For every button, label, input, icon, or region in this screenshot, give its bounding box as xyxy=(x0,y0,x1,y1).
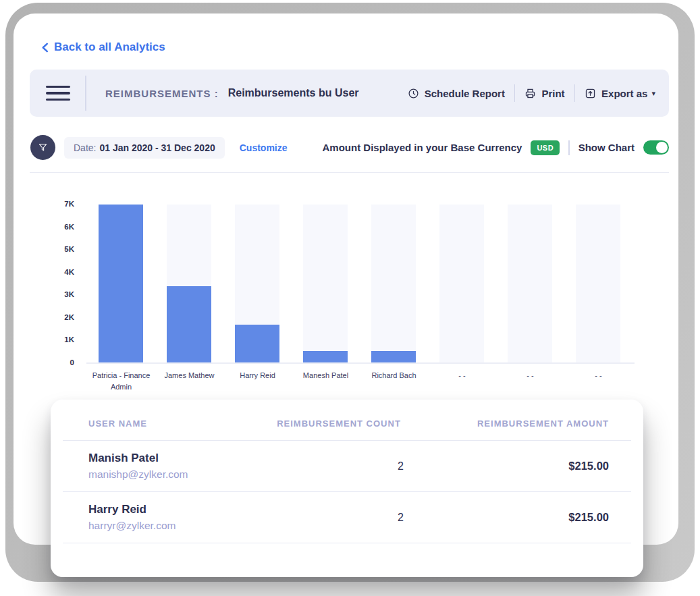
report-header-bar: REIMBURSEMENTS : Reimbursements bu User … xyxy=(30,70,669,117)
user-email: harryr@zylker.com xyxy=(88,520,258,532)
divider xyxy=(85,76,86,111)
divider xyxy=(568,140,570,155)
page: Back to all Analytics REIMBURSEMENTS : R… xyxy=(0,0,700,596)
chart-slot: Richard Bach xyxy=(360,205,428,363)
bar-track xyxy=(576,205,620,363)
menu-icon xyxy=(46,86,70,88)
back-link-label: Back to all Analytics xyxy=(54,40,165,54)
divider xyxy=(514,84,516,102)
chart-slot: Patricia - Finance Admin xyxy=(87,205,155,363)
data-table-card: USER NAME REIMBURSEMENT COUNT REIMBURSEM… xyxy=(51,400,643,577)
bar-track xyxy=(371,205,416,363)
back-link[interactable]: Back to all Analytics xyxy=(41,40,165,54)
funnel-icon xyxy=(38,142,48,153)
bar[interactable] xyxy=(303,351,348,363)
x-axis-label: - - xyxy=(560,370,637,381)
menu-button[interactable] xyxy=(46,86,70,101)
user-cell: Manish Patelmanishp@zylker.com xyxy=(88,452,258,481)
chart-slot: Harry Reid xyxy=(223,205,292,363)
x-axis-label: Manesh Patel xyxy=(288,370,364,381)
export-button[interactable]: Export as ▾ xyxy=(585,88,655,99)
module-label: REIMBURSEMENTS : xyxy=(105,88,219,99)
bar-track xyxy=(439,205,484,363)
x-axis-label: Patricia - Finance Admin xyxy=(83,370,159,393)
bar-track xyxy=(508,205,552,363)
header-actions: Schedule Report Print xyxy=(408,84,655,102)
currency-note: Amount Displayed in your Base Currency xyxy=(323,142,522,153)
export-icon xyxy=(585,88,596,99)
filter-row: Date: 01 Jan 2020 - 31 Dec 2020 Customiz… xyxy=(30,135,669,160)
bar[interactable] xyxy=(235,325,279,363)
clock-icon xyxy=(408,88,419,99)
user-email: manishp@zylker.com xyxy=(88,468,258,481)
report-title: Reimbursements bu User xyxy=(228,87,359,99)
bar[interactable] xyxy=(167,286,211,363)
filter-button[interactable] xyxy=(30,135,55,160)
column-header-reimbursement-amount: REIMBURSEMENT AMOUNT xyxy=(420,418,609,429)
reimbursement-count: 2 xyxy=(258,460,420,472)
chart-slot: James Mathew xyxy=(155,205,223,363)
plot-area: Patricia - Finance AdminJames MathewHarr… xyxy=(87,205,632,363)
y-axis-tick: 5K xyxy=(51,245,74,253)
y-axis-tick: 0 xyxy=(51,358,74,367)
x-axis-label: James Mathew xyxy=(151,370,227,381)
user-cell: Harry Reidharryr@zylker.com xyxy=(88,503,258,532)
column-header-user-name: USER NAME xyxy=(88,418,258,429)
schedule-report-button[interactable]: Schedule Report xyxy=(408,88,505,99)
bar-chart: 7K6K5K4K3K2K1K0 Patricia - Finance Admin… xyxy=(51,205,645,407)
toggle-knob xyxy=(656,142,668,153)
x-axis-label: - - xyxy=(492,370,568,381)
printer-icon xyxy=(524,88,536,99)
divider xyxy=(63,543,631,543)
y-axis-tick: 7K xyxy=(51,200,74,208)
table-header-row: USER NAME REIMBURSEMENT COUNT REIMBURSEM… xyxy=(51,400,643,429)
chart-slot: - - xyxy=(564,205,632,363)
x-axis-label: Harry Reid xyxy=(219,370,296,381)
caret-down-icon: ▾ xyxy=(651,89,655,98)
reimbursement-amount: $215.00 xyxy=(420,460,609,472)
column-header-reimbursement-count: REIMBURSEMENT COUNT xyxy=(258,418,420,429)
y-axis-tick: 6K xyxy=(51,223,74,231)
y-axis-tick: 4K xyxy=(51,268,74,276)
print-button[interactable]: Print xyxy=(524,88,564,99)
show-chart-toggle[interactable] xyxy=(643,140,669,155)
chart-slot: Manesh Patel xyxy=(292,205,360,363)
bar[interactable] xyxy=(99,205,143,363)
reimbursement-amount: $215.00 xyxy=(420,511,609,524)
chart-slot: - - xyxy=(496,205,564,363)
show-chart-label: Show Chart xyxy=(578,142,635,153)
chevron-left-icon xyxy=(41,43,49,53)
reimbursement-count: 2 xyxy=(258,512,420,524)
user-name: Harry Reid xyxy=(88,503,258,516)
divider xyxy=(30,172,669,173)
x-axis-line xyxy=(86,362,635,364)
date-range-pill[interactable]: Date: 01 Jan 2020 - 31 Dec 2020 xyxy=(64,137,225,159)
x-axis-label: - - xyxy=(424,370,500,381)
table-row: Manish Patelmanishp@zylker.com2$215.00 xyxy=(51,441,643,491)
y-axis-tick: 2K xyxy=(51,313,74,321)
user-name: Manish Patel xyxy=(88,452,258,465)
customize-link[interactable]: Customize xyxy=(240,142,288,153)
bar[interactable] xyxy=(371,351,416,363)
table-row: Harry Reidharryr@zylker.com2$215.00 xyxy=(51,492,643,543)
chart-slot: - - xyxy=(428,205,496,363)
y-axis-tick: 1K xyxy=(51,335,74,344)
x-axis-label: Richard Bach xyxy=(356,370,432,381)
bar-track xyxy=(303,205,348,363)
divider xyxy=(574,84,576,102)
table-body: Manish Patelmanishp@zylker.com2$215.00Ha… xyxy=(51,441,643,543)
currency-badge: USD xyxy=(531,140,560,155)
y-axis-tick: 3K xyxy=(51,290,74,298)
filter-right-group: Amount Displayed in your Base Currency U… xyxy=(323,140,669,155)
